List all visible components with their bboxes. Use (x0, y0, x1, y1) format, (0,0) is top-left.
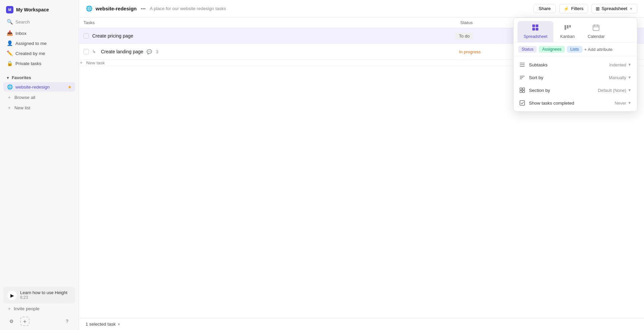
task-name-cell: ↳ Create landing page 💬 3 (79, 44, 455, 60)
attribute-chips: Status Assignees Lists + Add attribute (514, 43, 637, 56)
view-tab-spreadsheet[interactable]: Spreadsheet (518, 21, 553, 42)
filter-icon: ⚡ (564, 6, 569, 11)
comment-count: 3 (156, 49, 158, 54)
show-completed-value: Never (614, 101, 626, 106)
add-workspace-icon[interactable]: ＋ (20, 317, 30, 326)
chevron-down-icon: ▼ (6, 76, 10, 80)
chevron-down-icon: ▼ (628, 101, 632, 105)
favorites-label: Favorites (12, 75, 31, 80)
col-header-tasks: Tasks (79, 17, 455, 28)
learn-info: Learn how to use Height 6:23 (20, 290, 67, 300)
invite-label: Invite people (14, 306, 40, 311)
new-task-label: New task (86, 60, 105, 65)
workspace-header[interactable]: M My Workspace (3, 4, 75, 15)
setting-show-completed[interactable]: Show tasks completed Never ▼ (514, 97, 637, 109)
calendar-tab-icon (592, 24, 600, 33)
more-options-button[interactable]: ••• (140, 5, 147, 12)
status-badge[interactable]: To do (455, 33, 473, 40)
svg-rect-4 (565, 25, 566, 30)
chevron-down-icon: ▼ (628, 88, 632, 93)
view-dropdown: Spreadsheet Kanban (513, 17, 637, 112)
spreadsheet-icon: ⊞ (596, 6, 600, 11)
main-content: 🌐 website-redesign ••• A place for our w… (79, 0, 644, 330)
play-icon: ▶ (7, 291, 17, 300)
search-icon: 🔍 (7, 19, 13, 25)
chevron-down-icon: ▼ (628, 62, 632, 67)
chip-lists[interactable]: Lists (567, 46, 582, 53)
browse-all-button[interactable]: ＋ Browse all (3, 92, 75, 103)
view-tab-label: Kanban (560, 34, 575, 39)
subtasks-label: Subtasks (529, 62, 548, 67)
kanban-tab-icon (564, 24, 571, 33)
svg-rect-1 (536, 24, 538, 27)
task-checkbox[interactable] (84, 33, 89, 39)
svg-rect-3 (536, 28, 538, 31)
selected-count[interactable]: 1 selected task ▼ (86, 322, 121, 327)
spreadsheet-tab-icon (532, 24, 539, 33)
sectionby-label: Section by (529, 88, 550, 93)
comment-icon: 💬 (147, 49, 152, 54)
setting-sectionby[interactable]: Section by Default (None) ▼ (514, 84, 637, 97)
search-bar[interactable]: 🔍 Search (3, 17, 75, 27)
svg-rect-20 (523, 91, 525, 93)
bottom-bar: 1 selected task ▼ (79, 318, 644, 330)
globe-icon: 🌐 (7, 84, 13, 90)
chip-status[interactable]: Status (518, 46, 537, 53)
learn-card[interactable]: ▶ Learn how to use Height 6:23 (3, 287, 75, 304)
svg-rect-19 (520, 91, 522, 93)
chip-assignees[interactable]: Assignees (539, 46, 565, 53)
task-name[interactable]: Create pricing page (92, 33, 133, 39)
sectionby-icon (519, 87, 526, 94)
view-tab-calendar[interactable]: Calendar (582, 21, 611, 42)
svg-rect-2 (532, 28, 535, 31)
favorites-section-header[interactable]: ▼ Favorites (3, 74, 75, 81)
subtasks-icon (519, 61, 526, 68)
show-completed-label: Show tasks completed (529, 101, 574, 106)
sidebar-item-label: Assigned to me (15, 41, 47, 46)
sidebar-item-assigned[interactable]: 👤 Assigned to me (3, 38, 75, 48)
favorites-list: 🌐 website-redesign ★ (3, 81, 75, 92)
help-icon[interactable]: ? (62, 317, 72, 326)
sidebar-item-website-redesign[interactable]: 🌐 website-redesign ★ (3, 82, 75, 92)
new-list-label: New list (14, 105, 30, 110)
filters-button[interactable]: ⚡ Filters (559, 4, 588, 13)
learn-time: 6:23 (20, 295, 67, 300)
created-icon: ✏️ (7, 50, 13, 56)
svg-rect-0 (532, 24, 535, 27)
task-name[interactable]: Create landing page (101, 49, 143, 54)
sidebar-item-private[interactable]: 🔒 Private tasks (3, 58, 75, 68)
subtasks-value: Indented (609, 62, 627, 67)
task-name-cell: Create pricing page (79, 28, 455, 44)
task-checkbox[interactable] (84, 49, 89, 54)
star-icon: ★ (68, 85, 72, 90)
plus-icon: ＋ (7, 94, 12, 101)
sidebar-footer: ⚙ ＋ ? (3, 314, 75, 327)
sidebar-item-created[interactable]: ✏️ Created by me (3, 48, 75, 58)
setting-sortby[interactable]: Sort by Manually ▼ (514, 71, 637, 84)
add-attribute-button[interactable]: + Add attribute (584, 47, 612, 52)
plus-icon: ＋ (7, 105, 12, 111)
svg-rect-17 (520, 88, 522, 90)
selected-count-text: 1 selected task (86, 322, 116, 327)
share-button[interactable]: Share (534, 4, 556, 13)
settings-icon[interactable]: ⚙ (7, 317, 16, 326)
view-selector-button[interactable]: ⊞ Spreadsheet ▼ (591, 4, 637, 13)
chevron-down-icon: ▼ (629, 7, 633, 11)
plus-icon: ＋ (79, 60, 84, 66)
sidebar-item-inbox[interactable]: 📥 Inbox (3, 28, 75, 38)
browse-all-label: Browse all (14, 95, 35, 100)
view-tab-kanban[interactable]: Kanban (554, 21, 581, 42)
filters-label: Filters (571, 6, 584, 11)
sectionby-value: Default (None) (598, 88, 627, 93)
fav-item-label: website-redesign (15, 85, 65, 90)
sidebar: M My Workspace 🔍 Search 📥 Inbox 👤 Assign… (0, 0, 79, 330)
invite-button[interactable]: ＋ Invite people (3, 304, 75, 314)
view-label: Spreadsheet (602, 6, 628, 11)
sortby-label: Sort by (529, 75, 543, 80)
new-list-button[interactable]: ＋ New list (3, 103, 75, 113)
svg-rect-6 (569, 25, 571, 28)
learn-title: Learn how to use Height (20, 290, 67, 295)
sortby-value: Manually (609, 75, 626, 80)
status-badge[interactable]: In progress (455, 48, 484, 55)
setting-subtasks[interactable]: Subtasks Indented ▼ (514, 58, 637, 71)
